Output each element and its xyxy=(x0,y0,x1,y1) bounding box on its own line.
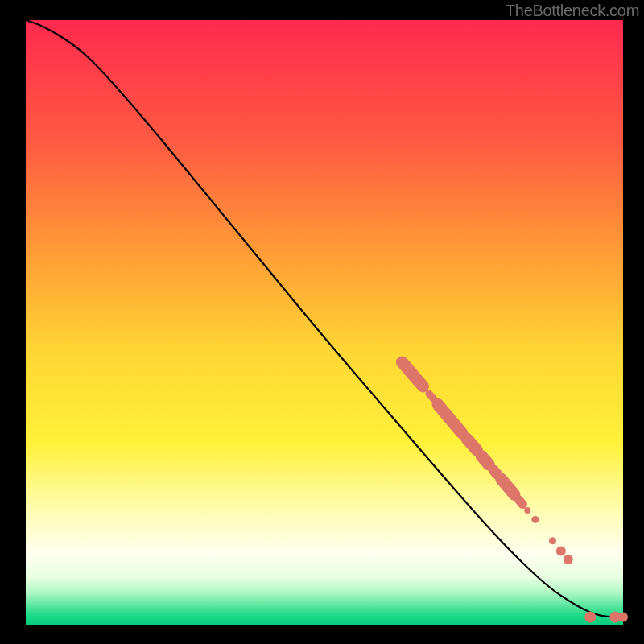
watermark-text: TheBottleneck.com xyxy=(506,2,639,20)
marker-dot xyxy=(584,611,596,622)
marker-pill xyxy=(481,456,489,464)
marker-pill xyxy=(467,439,477,450)
marker-dot xyxy=(524,507,530,514)
bottleneck-chart: TheBottleneck.com xyxy=(0,0,644,644)
marker-pill xyxy=(493,470,497,474)
marker-pill xyxy=(519,500,522,504)
marker-dot xyxy=(564,555,573,564)
marker-dot xyxy=(531,516,539,523)
marker-pill xyxy=(429,394,434,399)
chart-svg xyxy=(0,0,644,644)
marker-dot xyxy=(556,547,566,556)
plot-background xyxy=(26,20,623,625)
marker-dot xyxy=(549,537,556,544)
marker-dot xyxy=(618,612,628,621)
